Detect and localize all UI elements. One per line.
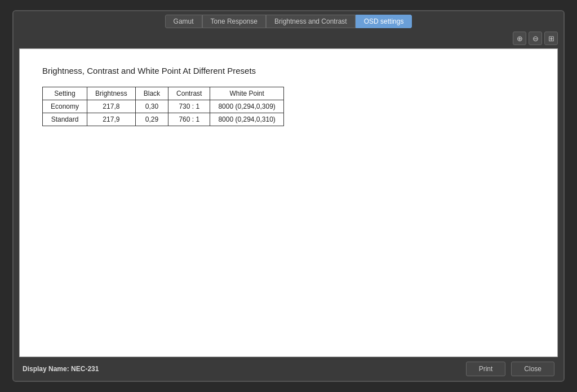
table-cell: 0,29 xyxy=(135,113,168,126)
col-header-black: Black xyxy=(135,87,168,100)
tab-osd-settings[interactable]: OSD settings xyxy=(356,15,412,28)
toolbar: ⊕ ⊖ ⊞ xyxy=(14,28,563,48)
print-button[interactable]: Print xyxy=(466,362,506,376)
table-cell: 730 : 1 xyxy=(168,100,210,113)
table-header-row: Setting Brightness Black Contrast White … xyxy=(43,87,284,100)
zoom-fit-button[interactable]: ⊞ xyxy=(544,32,558,45)
zoom-out-button[interactable]: ⊖ xyxy=(529,32,542,45)
page-title: Brightness, Contrast and White Point At … xyxy=(42,66,535,75)
display-name-label: Display Name: NEC-231 xyxy=(23,365,99,373)
col-header-setting: Setting xyxy=(43,87,87,100)
content-area[interactable]: Brightness, Contrast and White Point At … xyxy=(19,48,558,357)
table-cell: 217,9 xyxy=(87,113,136,126)
display-name-value: NEC-231 xyxy=(71,365,99,373)
zoom-fit-icon: ⊞ xyxy=(548,34,554,43)
tab-brightness-contrast[interactable]: Brightness and Contrast xyxy=(266,15,356,28)
table-row: Standard217,90,29760 : 18000 (0,294,0,31… xyxy=(43,113,284,126)
tab-gamut[interactable]: Gamut xyxy=(165,15,202,28)
tab-bar: Gamut Tone Response Brightness and Contr… xyxy=(14,11,563,28)
col-header-contrast: Contrast xyxy=(168,87,210,100)
data-table: Setting Brightness Black Contrast White … xyxy=(42,87,284,126)
table-cell: 217,8 xyxy=(87,100,136,113)
zoom-in-icon: ⊕ xyxy=(517,34,523,43)
table-cell: 8000 (0,294,0,310) xyxy=(210,113,283,126)
table-cell: 8000 (0,294,0,309) xyxy=(210,100,283,113)
content-inner: Brightness, Contrast and White Point At … xyxy=(20,49,557,357)
table-cell: 760 : 1 xyxy=(168,113,210,126)
main-window: Gamut Tone Response Brightness and Contr… xyxy=(12,10,565,382)
display-label-text: Display Name: xyxy=(23,365,69,373)
close-button[interactable]: Close xyxy=(511,362,554,376)
col-header-white-point: White Point xyxy=(210,87,283,100)
tab-tone-response[interactable]: Tone Response xyxy=(202,15,266,28)
footer: Display Name: NEC-231 Print Close xyxy=(14,357,563,381)
table-row: Economy217,80,30730 : 18000 (0,294,0,309… xyxy=(43,100,284,113)
zoom-out-icon: ⊖ xyxy=(532,34,539,43)
zoom-in-button[interactable]: ⊕ xyxy=(513,32,526,45)
table-cell: Economy xyxy=(43,100,87,113)
footer-buttons: Print Close xyxy=(466,362,554,376)
table-cell: 0,30 xyxy=(135,100,168,113)
table-cell: Standard xyxy=(43,113,87,126)
col-header-brightness: Brightness xyxy=(87,87,136,100)
